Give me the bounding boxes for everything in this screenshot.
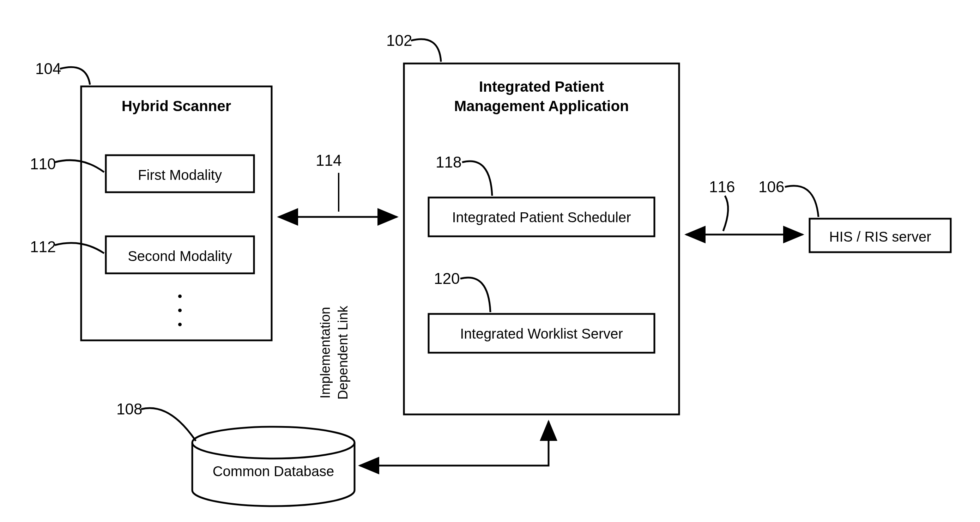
leader-104 <box>60 67 90 84</box>
ref-118: 118 <box>436 153 461 171</box>
first-modality-box: First Modality <box>106 155 254 192</box>
svg-point-7 <box>178 323 182 326</box>
app-title-line1: Integrated Patient <box>479 78 604 95</box>
ref-106: 106 <box>759 178 784 196</box>
ellipsis-dots <box>178 294 182 326</box>
svg-point-12 <box>192 427 355 458</box>
svg-rect-2 <box>81 86 272 341</box>
ref-114: 114 <box>316 152 342 169</box>
worklist-box: Integrated Worklist Server <box>429 314 654 353</box>
leader-106 <box>785 186 818 217</box>
svg-point-6 <box>178 309 182 312</box>
worklist-label: Integrated Worklist Server <box>460 326 623 341</box>
leader-110 <box>55 160 104 172</box>
leader-120 <box>460 278 490 312</box>
database-cylinder: Common Database <box>192 427 355 506</box>
leader-112 <box>55 243 104 253</box>
leader-118 <box>462 161 492 196</box>
leader-116 <box>723 196 728 231</box>
ref-112: 112 <box>30 238 56 255</box>
server-label: HIS / RIS server <box>829 229 931 244</box>
hybrid-scanner-box: Hybrid Scanner <box>81 86 272 341</box>
svg-rect-8 <box>404 64 679 414</box>
leader-108 <box>141 408 196 441</box>
db-app-arrow <box>360 422 549 466</box>
database-label: Common Database <box>213 463 334 479</box>
first-modality-label: First Modality <box>138 167 222 183</box>
leader-102 <box>411 39 441 62</box>
app-title-line2: Management Application <box>454 98 629 114</box>
ref-104: 104 <box>35 60 61 77</box>
app-box: Integrated Patient Management Applicatio… <box>404 64 679 414</box>
second-modality-box: Second Modality <box>106 236 254 273</box>
ref-110: 110 <box>30 155 56 172</box>
svg-point-5 <box>178 294 182 298</box>
ref-120: 120 <box>434 270 460 287</box>
ref-116: 116 <box>709 178 735 196</box>
scheduler-box: Integrated Patient Scheduler <box>429 197 654 236</box>
second-modality-label: Second Modality <box>128 248 232 264</box>
link-label-1: Implementation <box>318 307 332 399</box>
link-label-2: Dependent Link <box>336 306 350 399</box>
hybrid-scanner-title: Hybrid Scanner <box>122 98 231 114</box>
scheduler-label: Integrated Patient Scheduler <box>452 210 631 225</box>
ref-108: 108 <box>116 400 142 418</box>
server-box: HIS / RIS server <box>810 219 951 252</box>
ref-102: 102 <box>386 32 412 49</box>
